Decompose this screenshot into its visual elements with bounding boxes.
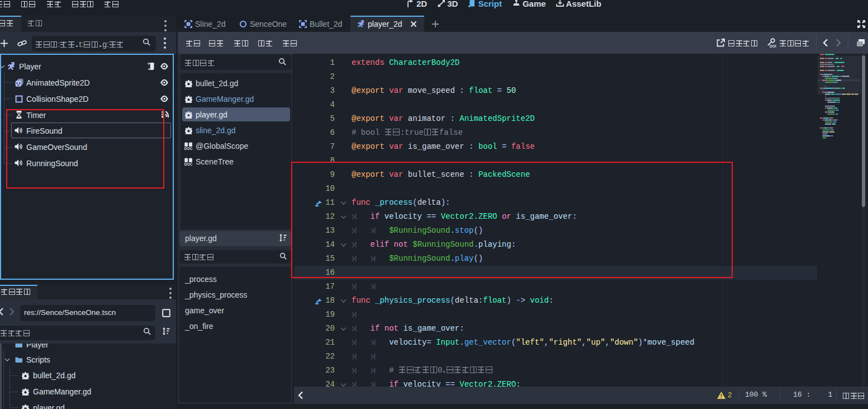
svg-text:DOC: DOC [184,162,193,166]
svg-text:DOC: DOC [770,44,776,48]
svg-text:DOC: DOC [184,147,193,150]
